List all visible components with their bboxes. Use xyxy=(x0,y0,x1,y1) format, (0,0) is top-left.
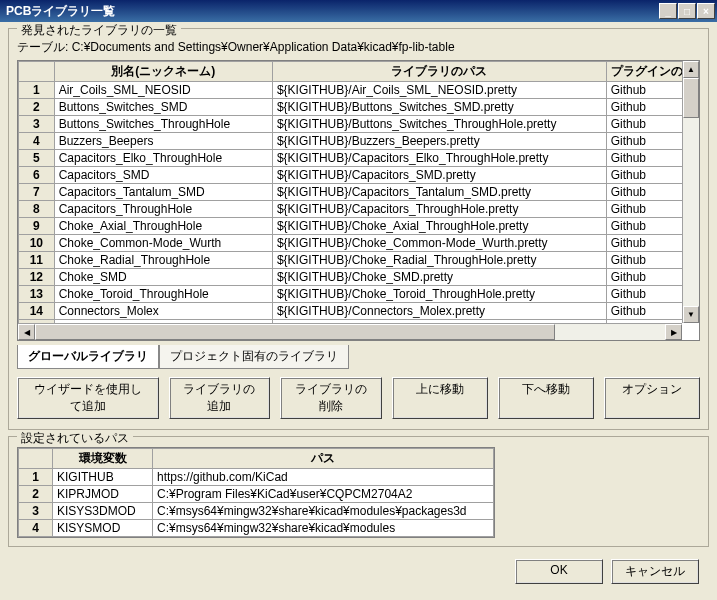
cell-nickname[interactable]: Buttons_Switches_SMD xyxy=(54,99,272,116)
cell-path[interactable]: C:¥Program Files¥KiCad¥user¥CQPCM2704A2 xyxy=(153,486,494,503)
table-row[interactable]: 5Capacitors_Elko_ThroughHole${KIGITHUB}/… xyxy=(19,150,699,167)
cell-nickname[interactable]: Choke_Common-Mode_Wurth xyxy=(54,235,272,252)
col-header-blank xyxy=(19,62,55,82)
table-row[interactable]: 13Choke_Toroid_ThroughHole${KIGITHUB}/Ch… xyxy=(19,286,699,303)
row-number: 6 xyxy=(19,167,55,184)
cell-nickname[interactable]: Capacitors_Elko_ThroughHole xyxy=(54,150,272,167)
tab-global-library[interactable]: グローバルライブラリ xyxy=(17,345,159,369)
maximize-button[interactable]: □ xyxy=(678,3,696,19)
cell-nickname[interactable]: Capacitors_Tantalum_SMD xyxy=(54,184,272,201)
cell-nickname[interactable]: Choke_Toroid_ThroughHole xyxy=(54,286,272,303)
delete-library-button[interactable]: ライブラリの削除 xyxy=(280,377,382,419)
cell-path[interactable]: ${KIGITHUB}/Choke_Axial_ThroughHole.pret… xyxy=(272,218,606,235)
scroll-down-icon[interactable]: ▼ xyxy=(683,306,699,323)
row-number: 1 xyxy=(19,82,55,99)
ok-button[interactable]: OK xyxy=(515,559,603,584)
cell-path[interactable]: ${KIGITHUB}/Buttons_Switches_SMD.pretty xyxy=(272,99,606,116)
add-library-button[interactable]: ライブラリの追加 xyxy=(169,377,271,419)
row-number: 10 xyxy=(19,235,55,252)
scroll-left-icon[interactable]: ◀ xyxy=(18,324,35,340)
table-row[interactable]: 10Choke_Common-Mode_Wurth${KIGITHUB}/Cho… xyxy=(19,235,699,252)
row-number: 2 xyxy=(19,486,53,503)
minimize-button[interactable]: _ xyxy=(659,3,677,19)
col-header-path[interactable]: ライブラリのパス xyxy=(272,62,606,82)
row-number: 8 xyxy=(19,201,55,218)
cell-nickname[interactable]: Capacitors_ThroughHole xyxy=(54,201,272,218)
cell-path[interactable]: ${KIGITHUB}/Choke_Common-Mode_Wurth.pret… xyxy=(272,235,606,252)
row-number: 3 xyxy=(19,503,53,520)
row-number: 11 xyxy=(19,252,55,269)
cell-path[interactable]: ${KIGITHUB}/Buzzers_Beepers.pretty xyxy=(272,133,606,150)
cell-nickname[interactable]: Capacitors_SMD xyxy=(54,167,272,184)
table-row[interactable]: 3KISYS3DMODC:¥msys64¥mingw32¥share¥kicad… xyxy=(19,503,494,520)
window-title: PCBライブラリ一覧 xyxy=(6,3,658,20)
cell-env[interactable]: KIGITHUB xyxy=(53,469,153,486)
table-row[interactable]: 2KIPRJMODC:¥Program Files¥KiCad¥user¥CQP… xyxy=(19,486,494,503)
table-path-label: テーブル: C:¥Documents and Settings¥Owner¥Ap… xyxy=(17,39,700,56)
cell-nickname[interactable]: Choke_SMD xyxy=(54,269,272,286)
hscrollbar[interactable]: ◀ ▶ xyxy=(18,323,682,340)
discovered-libs-title: 発見されたライブラリの一覧 xyxy=(17,22,181,39)
scroll-right-icon[interactable]: ▶ xyxy=(665,324,682,340)
path-col-env[interactable]: 環境変数 xyxy=(53,449,153,469)
table-row[interactable]: 4KISYSMODC:¥msys64¥mingw32¥share¥kicad¥m… xyxy=(19,520,494,537)
cell-path[interactable]: ${KIGITHUB}/Capacitors_SMD.pretty xyxy=(272,167,606,184)
table-row[interactable]: 6Capacitors_SMD${KIGITHUB}/Capacitors_SM… xyxy=(19,167,699,184)
table-row[interactable]: 3Buttons_Switches_ThroughHole${KIGITHUB}… xyxy=(19,116,699,133)
move-down-button[interactable]: 下へ移動 xyxy=(498,377,594,419)
row-number: 7 xyxy=(19,184,55,201)
scroll-thumb[interactable] xyxy=(683,78,699,118)
cell-env[interactable]: KISYSMOD xyxy=(53,520,153,537)
scroll-up-icon[interactable]: ▲ xyxy=(683,61,699,78)
table-row[interactable]: 1KIGITHUBhttps://github.com/KiCad xyxy=(19,469,494,486)
cell-path[interactable]: ${KIGITHUB}/Buttons_Switches_ThroughHole… xyxy=(272,116,606,133)
col-header-nickname[interactable]: 別名(ニックネーム) xyxy=(54,62,272,82)
cell-env[interactable]: KIPRJMOD xyxy=(53,486,153,503)
table-row[interactable]: 8Capacitors_ThroughHole${KIGITHUB}/Capac… xyxy=(19,201,699,218)
discovered-libs-group: 発見されたライブラリの一覧 テーブル: C:¥Documents and Set… xyxy=(8,28,709,430)
vscrollbar[interactable]: ▲ ▼ xyxy=(682,61,699,323)
cell-nickname[interactable]: Buttons_Switches_ThroughHole xyxy=(54,116,272,133)
table-row[interactable]: 4Buzzers_Beepers${KIGITHUB}/Buzzers_Beep… xyxy=(19,133,699,150)
cell-env[interactable]: KISYS3DMOD xyxy=(53,503,153,520)
cell-nickname[interactable]: Choke_Axial_ThroughHole xyxy=(54,218,272,235)
row-number: 4 xyxy=(19,133,55,150)
table-row[interactable]: 1Air_Coils_SML_NEOSID${KIGITHUB}/Air_Coi… xyxy=(19,82,699,99)
cell-path[interactable]: ${KIGITHUB}/Capacitors_Tantalum_SMD.pret… xyxy=(272,184,606,201)
paths-title: 設定されているパス xyxy=(17,430,133,447)
path-col-path[interactable]: パス xyxy=(153,449,494,469)
cell-path[interactable]: C:¥msys64¥mingw32¥share¥kicad¥modules xyxy=(153,520,494,537)
cell-nickname[interactable]: Choke_Radial_ThroughHole xyxy=(54,252,272,269)
cell-nickname[interactable]: Buzzers_Beepers xyxy=(54,133,272,150)
cell-path[interactable]: ${KIGITHUB}/Air_Coils_SML_NEOSID.pretty xyxy=(272,82,606,99)
table-row[interactable]: 9Choke_Axial_ThroughHole${KIGITHUB}/Chok… xyxy=(19,218,699,235)
cell-nickname[interactable]: Connectors_Molex xyxy=(54,303,272,320)
paths-grid[interactable]: 環境変数 パス 1KIGITHUBhttps://github.com/KiCa… xyxy=(17,447,495,538)
row-number: 9 xyxy=(19,218,55,235)
row-number: 5 xyxy=(19,150,55,167)
cancel-button[interactable]: キャンセル xyxy=(611,559,699,584)
options-button[interactable]: オプション xyxy=(604,377,700,419)
cell-path[interactable]: ${KIGITHUB}/Choke_Radial_ThroughHole.pre… xyxy=(272,252,606,269)
close-button[interactable]: × xyxy=(697,3,715,19)
table-row[interactable]: 11Choke_Radial_ThroughHole${KIGITHUB}/Ch… xyxy=(19,252,699,269)
tab-project-library[interactable]: プロジェクト固有のライブラリ xyxy=(159,345,349,369)
cell-path[interactable]: ${KIGITHUB}/Capacitors_ThroughHole.prett… xyxy=(272,201,606,218)
cell-path[interactable]: ${KIGITHUB}/Choke_SMD.pretty xyxy=(272,269,606,286)
libs-grid[interactable]: 別名(ニックネーム) ライブラリのパス プラグインの種類 1Air_Coils_… xyxy=(17,60,700,341)
row-number: 4 xyxy=(19,520,53,537)
cell-path[interactable]: ${KIGITHUB}/Connectors_Molex.pretty xyxy=(272,303,606,320)
cell-path[interactable]: ${KIGITHUB}/Capacitors_Elko_ThroughHole.… xyxy=(272,150,606,167)
cell-nickname[interactable]: Air_Coils_SML_NEOSID xyxy=(54,82,272,99)
table-row[interactable]: 7Capacitors_Tantalum_SMD${KIGITHUB}/Capa… xyxy=(19,184,699,201)
wizard-add-button[interactable]: ウイザードを使用して追加 xyxy=(17,377,159,419)
move-up-button[interactable]: 上に移動 xyxy=(392,377,488,419)
table-row[interactable]: 14Connectors_Molex${KIGITHUB}/Connectors… xyxy=(19,303,699,320)
table-row[interactable]: 12Choke_SMD${KIGITHUB}/Choke_SMD.prettyG… xyxy=(19,269,699,286)
hscroll-thumb[interactable] xyxy=(35,324,555,340)
table-row[interactable]: 2Buttons_Switches_SMD${KIGITHUB}/Buttons… xyxy=(19,99,699,116)
cell-path[interactable]: ${KIGITHUB}/Choke_Toroid_ThroughHole.pre… xyxy=(272,286,606,303)
row-number: 3 xyxy=(19,116,55,133)
cell-path[interactable]: C:¥msys64¥mingw32¥share¥kicad¥modules¥pa… xyxy=(153,503,494,520)
cell-path[interactable]: https://github.com/KiCad xyxy=(153,469,494,486)
